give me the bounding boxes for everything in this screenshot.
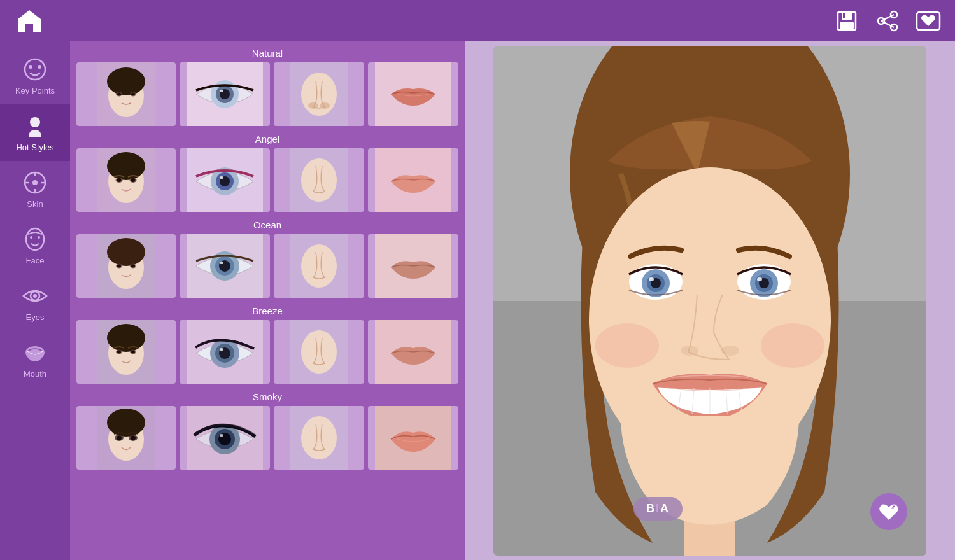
- svg-point-15: [32, 180, 38, 185]
- style-row-smoky: Smoky: [76, 391, 458, 470]
- bia-badge[interactable]: BIA: [633, 497, 683, 521]
- style-eye-breeze[interactable]: [180, 320, 270, 384]
- svg-point-119: [681, 346, 698, 356]
- style-title-breeze: Breeze: [76, 305, 458, 316]
- style-title-natural: Natural: [76, 48, 458, 59]
- style-eye-ocean[interactable]: [180, 234, 270, 298]
- bia-text: BIA: [646, 502, 670, 515]
- heart-icon: [878, 502, 900, 521]
- sidebar-item-label: Hot Styles: [16, 143, 53, 152]
- svg-point-53: [220, 176, 223, 179]
- sidebar-item-key-points[interactable]: Key Points: [0, 48, 70, 104]
- svg-point-120: [721, 346, 739, 356]
- sidebar-item-skin[interactable]: Skin: [0, 161, 70, 218]
- svg-point-22: [38, 236, 40, 239]
- sidebar-item-mouth[interactable]: Mouth: [0, 331, 70, 388]
- svg-point-47: [117, 178, 122, 182]
- svg-point-92: [117, 436, 122, 440]
- svg-point-62: [117, 265, 121, 268]
- top-bar: [0, 0, 955, 41]
- style-face-angel[interactable]: [76, 148, 176, 212]
- style-lips-smoky[interactable]: [368, 406, 458, 470]
- svg-rect-2: [840, 22, 854, 29]
- style-images-smoky: [76, 406, 458, 470]
- style-nose-breeze[interactable]: [274, 320, 364, 384]
- sidebar-item-face[interactable]: Face: [0, 218, 70, 274]
- style-eye-natural[interactable]: [180, 62, 270, 126]
- sidebar: Key Points Hot Styles: [0, 41, 70, 560]
- sidebar-item-label: Key Points: [15, 86, 55, 95]
- share-icon: [876, 10, 899, 32]
- sidebar-item-hot-styles[interactable]: Hot Styles: [0, 104, 70, 161]
- styles-panel: Natural: [70, 41, 465, 560]
- photo-area: BIA: [465, 41, 955, 560]
- svg-point-36: [220, 90, 223, 92]
- style-nose-angel[interactable]: [274, 148, 364, 212]
- style-images-breeze: [76, 320, 458, 384]
- skin-icon: [22, 170, 48, 195]
- svg-point-98: [220, 434, 223, 437]
- sidebar-item-label: Eyes: [26, 312, 45, 322]
- svg-point-21: [30, 236, 32, 239]
- style-face-natural[interactable]: [76, 62, 176, 126]
- style-row-natural: Natural: [76, 48, 458, 126]
- svg-point-100: [301, 416, 337, 459]
- svg-point-39: [308, 102, 318, 109]
- photo-heart-button[interactable]: [870, 493, 907, 530]
- svg-point-27: [107, 67, 145, 95]
- home-button[interactable]: [13, 4, 46, 38]
- style-images-angel: [76, 148, 458, 212]
- svg-point-48: [131, 178, 136, 182]
- key-points-icon: [22, 57, 48, 82]
- svg-point-31: [131, 93, 135, 96]
- style-row-breeze: Breeze: [76, 305, 458, 384]
- svg-point-108: [761, 323, 824, 368]
- home-icon: [15, 6, 44, 36]
- style-nose-ocean[interactable]: [274, 234, 364, 298]
- style-nose-natural[interactable]: [274, 62, 364, 126]
- svg-point-13: [30, 117, 40, 127]
- style-lips-angel[interactable]: [368, 148, 458, 212]
- svg-point-38: [301, 73, 337, 116]
- svg-point-24: [33, 294, 37, 298]
- style-title-angel: Angel: [76, 134, 458, 144]
- save-icon: [835, 10, 858, 32]
- face-icon: [22, 227, 48, 252]
- face-photo: [493, 46, 926, 556]
- header-right-icons: [833, 7, 942, 35]
- svg-point-107: [595, 323, 659, 368]
- style-row-angel: Angel: [76, 134, 458, 212]
- svg-point-113: [649, 277, 654, 281]
- svg-point-78: [131, 351, 135, 354]
- favorites-button[interactable]: [914, 7, 942, 35]
- svg-point-11: [29, 65, 32, 69]
- svg-point-70: [301, 244, 337, 288]
- svg-point-30: [117, 93, 121, 96]
- svg-point-55: [301, 158, 337, 202]
- main-content: Key Points Hot Styles: [0, 41, 955, 560]
- style-face-ocean[interactable]: [76, 234, 176, 298]
- save-button[interactable]: [833, 7, 861, 35]
- style-images-ocean: [76, 234, 458, 298]
- svg-point-59: [107, 238, 145, 266]
- svg-point-10: [25, 59, 45, 80]
- sidebar-item-eyes[interactable]: Eyes: [0, 274, 70, 331]
- style-eye-angel[interactable]: [180, 148, 270, 212]
- svg-point-40: [320, 102, 330, 109]
- svg-point-93: [131, 436, 136, 440]
- sidebar-item-label: Skin: [27, 199, 43, 209]
- sidebar-item-label: Mouth: [24, 369, 46, 379]
- share-button[interactable]: [874, 7, 902, 35]
- style-face-breeze[interactable]: [76, 320, 176, 384]
- style-lips-ocean[interactable]: [368, 234, 458, 298]
- style-title-smoky: Smoky: [76, 391, 458, 402]
- style-images-natural: [76, 62, 458, 126]
- sidebar-item-label: Face: [26, 256, 45, 265]
- style-face-smoky[interactable]: [76, 406, 176, 470]
- svg-point-44: [107, 152, 145, 180]
- style-lips-natural[interactable]: [368, 62, 458, 126]
- style-eye-smoky[interactable]: [180, 406, 270, 470]
- style-nose-smoky[interactable]: [274, 406, 364, 470]
- style-lips-breeze[interactable]: [368, 320, 458, 384]
- mouth-icon: [21, 340, 49, 365]
